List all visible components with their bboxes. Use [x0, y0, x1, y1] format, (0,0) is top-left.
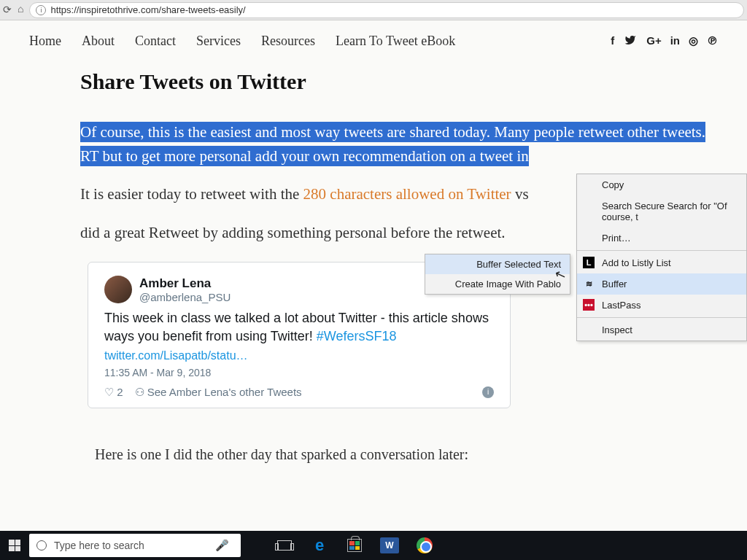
site-info-icon[interactable]: i	[36, 5, 46, 15]
context-menu: Copy Search Secure Search for "Of course…	[576, 174, 747, 341]
store-button[interactable]	[340, 531, 369, 560]
selected-text-line2: RT but to get more personal add your own…	[80, 146, 529, 166]
buffer-icon: ≋	[583, 278, 595, 289]
task-view-button[interactable]	[270, 531, 299, 560]
pinterest-icon[interactable]: ℗	[707, 34, 718, 48]
tweet-hashtag[interactable]: #WefersSF18	[317, 329, 397, 343]
menu-lastpass[interactable]: ••• LastPass	[577, 295, 746, 316]
nav-ebook[interactable]: Learn To Tweet eBook	[336, 34, 455, 49]
tweet-info-icon[interactable]: i	[482, 386, 494, 398]
google-plus-icon[interactable]: G+	[646, 34, 661, 48]
tweet-author-handle[interactable]: @amberlena_PSU	[139, 291, 231, 303]
menu-print[interactable]: Print…	[577, 228, 746, 249]
cortana-circle-icon	[36, 540, 47, 551]
store-icon	[347, 539, 362, 552]
page-content: Home About Contact Services Resources Le…	[0, 20, 747, 531]
tweet-author-name[interactable]: Amber Lena	[139, 276, 231, 291]
facebook-icon[interactable]: f	[611, 34, 614, 48]
tweet-timestamp[interactable]: 11:35 AM - Mar 9, 2018	[104, 367, 494, 378]
nav-resources[interactable]: Resources	[261, 34, 315, 49]
avatar[interactable]	[104, 276, 132, 303]
windows-logo-icon	[9, 540, 20, 551]
menu-add-to-listly[interactable]: L Add to Listly List	[577, 252, 746, 273]
article-title: Share Tweets on Twitter	[80, 69, 718, 94]
site-nav: Home About Contact Services Resources Le…	[0, 34, 747, 49]
search-placeholder: Type here to search	[54, 540, 144, 551]
highlighted-paragraph: Of course, this is the easiest and most …	[80, 120, 718, 168]
paragraph-below: Here is one I did the other day that spa…	[80, 446, 718, 463]
edge-icon: e	[315, 536, 324, 555]
instagram-icon[interactable]: ◎	[689, 34, 698, 48]
menu-buffer-selected-text[interactable]: Buffer Selected Text	[425, 254, 570, 274]
home-icon[interactable]: ⌂	[18, 4, 23, 16]
tweet-link[interactable]: twitter.com/Lisapatb/statu…	[104, 349, 494, 362]
nav-about[interactable]: About	[82, 34, 115, 49]
microphone-icon[interactable]: 🎤	[215, 539, 229, 552]
menu-separator	[577, 317, 746, 318]
edge-button[interactable]: e	[305, 531, 334, 560]
url-text: https://inspiretothrive.com/share-tweets…	[50, 4, 245, 15]
menu-buffer[interactable]: ≋ Buffer	[577, 273, 746, 295]
menu-copy[interactable]: Copy	[577, 174, 746, 195]
reload-icon[interactable]: ⟳	[3, 4, 12, 16]
like-button[interactable]: ♡ 2	[104, 386, 123, 399]
word-button[interactable]: W	[375, 531, 404, 560]
menu-search-selection[interactable]: Search Secure Search for "Of course, t	[577, 195, 746, 228]
menu-create-image-pablo[interactable]: Create Image With Pablo	[425, 274, 570, 294]
listly-icon: L	[583, 257, 595, 268]
menu-separator	[577, 250, 746, 251]
browser-address-bar: ⟳ ⌂ i https://inspiretothrive.com/share-…	[0, 0, 747, 20]
menu-inspect[interactable]: Inspect	[577, 319, 746, 341]
nav-contact[interactable]: Contact	[135, 34, 176, 49]
nav-services[interactable]: Services	[196, 34, 241, 49]
task-view-icon	[277, 540, 292, 551]
link-280-chars[interactable]: 280 characters allowed on Twitter	[303, 185, 511, 203]
windows-taskbar: Type here to search 🎤 e W	[0, 531, 747, 560]
word-icon: W	[380, 537, 399, 553]
tweet-body: This week in class we talked a lot about…	[104, 309, 494, 346]
taskbar-search[interactable]: Type here to search 🎤	[29, 534, 241, 557]
start-button[interactable]	[0, 531, 29, 560]
twitter-icon[interactable]	[623, 34, 638, 48]
chrome-icon	[417, 537, 433, 553]
see-other-tweets[interactable]: ⚇ See Amber Lena's other Tweets	[135, 386, 302, 399]
url-field[interactable]: i https://inspiretothrive.com/share-twee…	[29, 2, 744, 18]
linkedin-icon[interactable]: in	[670, 34, 680, 48]
selected-text-line1: Of course, this is the easiest and most …	[80, 122, 705, 142]
buffer-submenu: Buffer Selected Text Create Image With P…	[425, 254, 570, 295]
lastpass-icon: •••	[583, 299, 595, 311]
nav-home[interactable]: Home	[29, 34, 61, 49]
chrome-button[interactable]	[410, 531, 439, 560]
